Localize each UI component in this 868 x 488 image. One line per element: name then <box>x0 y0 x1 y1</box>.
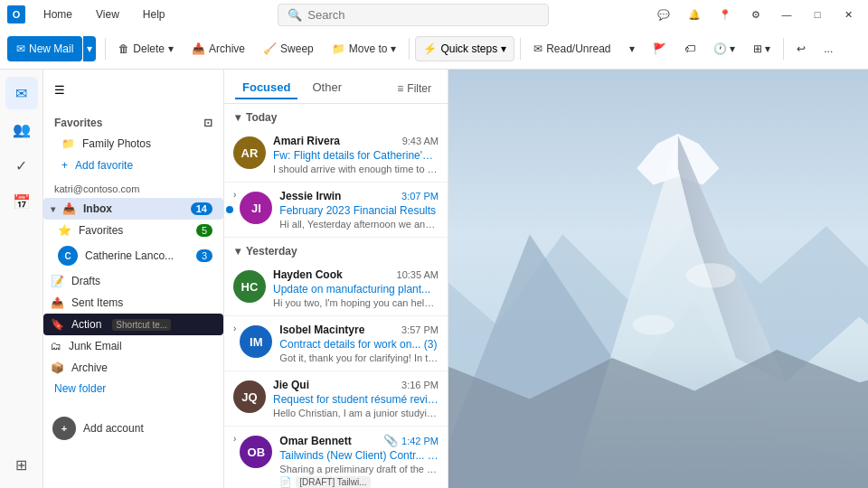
favorites-header[interactable]: Favorites ⊡ <box>51 113 216 133</box>
yesterday-divider[interactable]: ▾ Yesterday <box>224 238 448 261</box>
shortcut-badge: Shortcut te... <box>112 319 171 331</box>
tab-home[interactable]: Home <box>33 5 83 24</box>
preview-5: Hello Christian, I am a junior studying … <box>273 408 439 418</box>
sidebar-item-inbox[interactable]: ▾ 📥 Inbox 14 <box>43 198 223 220</box>
favorites-icon: ⭐ <box>58 224 71 237</box>
archive-folder-icon: 📦 <box>51 361 64 374</box>
left-icon-people[interactable]: 👥 <box>5 113 38 145</box>
avatar-2: JI <box>240 192 272 224</box>
sidebar-item-archive[interactable]: 📦 Archive <box>43 357 223 379</box>
minimize-button[interactable]: — <box>774 2 799 27</box>
more-button[interactable]: ... <box>816 36 840 61</box>
expand-arrow-6: › <box>233 434 236 444</box>
filter-button[interactable]: ▾ <box>622 36 642 61</box>
left-icon-mail[interactable]: ✉ <box>5 77 38 109</box>
moveto-icon: 📁 <box>332 42 345 55</box>
left-icon-calendar[interactable]: 📅 <box>5 185 38 218</box>
svg-point-8 <box>633 315 675 335</box>
inbox-badge: 14 <box>191 202 212 215</box>
sent-icon: 📤 <box>51 296 64 309</box>
add-account-avatar: + <box>52 417 76 440</box>
sidebar-item-favorites[interactable]: ⭐ Favorites 5 <box>43 220 223 241</box>
tab-view[interactable]: View <box>85 5 130 24</box>
location-icon[interactable]: 📍 <box>712 2 738 27</box>
email-content-6: Omar Bennett 📎 1:42 PM Tailwinds (New Cl… <box>279 434 439 488</box>
tag-button[interactable]: 🏷 <box>677 36 703 61</box>
tab-help[interactable]: Help <box>132 5 176 24</box>
search-bar[interactable]: 🔍 <box>278 4 549 26</box>
email-content-3: Hayden Cook 10:35 AM Update on manufactu… <box>273 268 439 308</box>
notification-icon[interactable]: 💬 <box>651 2 676 27</box>
email-item-2[interactable]: › JI Jessie Irwin 3:07 PM February 2023 … <box>224 183 448 238</box>
avatar-1: AR <box>233 136 266 169</box>
time-3: 10:35 AM <box>397 269 439 280</box>
sidebar-item-action[interactable]: 🔖 Action Shortcut te... <box>43 314 223 335</box>
email-items-list: ▾ Today AR Amari Rivera 9:43 AM Fw: Flig… <box>224 104 448 488</box>
archive-button[interactable]: 📥 Archive <box>184 36 252 61</box>
filter-btn[interactable]: ≡ Filter <box>392 80 437 98</box>
settings-icon[interactable]: ⚙ <box>743 2 769 27</box>
title-bar: O Home View Help 🔍 💬 🔔 📍 ⚙ — □ ✕ <box>0 0 868 29</box>
unread-dot-2 <box>226 206 233 213</box>
expand-icon: ⊡ <box>203 117 212 129</box>
new-mail-dropdown[interactable]: ▾ <box>83 36 96 61</box>
tab-focused[interactable]: Focused <box>235 77 297 99</box>
sweep-button[interactable]: 🧹 Sweep <box>256 36 321 61</box>
today-divider[interactable]: ▾ Today <box>224 104 448 127</box>
close-button[interactable]: ✕ <box>835 2 861 27</box>
account-email: katri@contoso.com <box>43 180 223 198</box>
catherine-avatar: C <box>58 246 78 266</box>
sidebar-item-junk[interactable]: 🗂 Junk Email <box>43 335 223 357</box>
move-to-button[interactable]: 📁 Move to ▾ <box>325 36 404 61</box>
sidebar-item-drafts[interactable]: 📝 Drafts <box>43 270 223 292</box>
bell-icon[interactable]: 🔔 <box>682 2 707 27</box>
ribbon: ✉ New Mail ▾ 🗑 Delete ▾ 📥 Archive 🧹 Swee… <box>0 29 868 70</box>
maximize-button[interactable]: □ <box>805 2 830 27</box>
flag-button[interactable]: 🚩 <box>646 36 674 61</box>
sidebar-item-sent[interactable]: 📤 Sent Items <box>43 292 223 314</box>
preview-1: I should arrive with enough time to atte… <box>273 164 439 174</box>
avatar-6: OB <box>240 436 272 468</box>
sidebar-item-family-photos[interactable]: 📁 Family Photos <box>51 133 216 155</box>
avatar-5: JQ <box>233 380 266 413</box>
clock-button[interactable]: 🕐 ▾ <box>706 36 742 61</box>
email-item-4[interactable]: › IM Isobel Macintyre 3:57 PM Contract d… <box>224 316 448 371</box>
tab-other[interactable]: Other <box>305 77 349 99</box>
email-content-2: Jessie Irwin 3:07 PM February 2023 Finan… <box>279 190 439 230</box>
hamburger-button[interactable]: ☰ <box>47 77 72 102</box>
yesterday-chevron: ▾ <box>235 245 241 258</box>
drafts-icon: 📝 <box>51 275 64 287</box>
time-5: 3:16 PM <box>401 380 439 390</box>
email-content-1: Amari Rivera 9:43 AM Fw: Flight details … <box>273 135 439 174</box>
sidebar-item-add-favorite[interactable]: + Add favorite <box>51 155 216 176</box>
search-input[interactable] <box>307 8 539 22</box>
new-folder-link[interactable]: New folder <box>43 379 223 399</box>
delete-button[interactable]: 🗑 Delete ▾ <box>111 36 181 61</box>
delete-icon: 🗑 <box>118 42 129 55</box>
new-mail-button[interactable]: ✉ New Mail <box>7 36 82 61</box>
quick-steps-button[interactable]: ⚡ Quick steps ▾ <box>415 36 514 61</box>
email-item-3[interactable]: HC Hayden Cook 10:35 AM Update on manufa… <box>224 261 448 316</box>
inbox-icon: 📥 <box>62 202 76 215</box>
draft-badge-6: [DRAFT] Tailwi... <box>296 476 370 488</box>
email-item-1[interactable]: AR Amari Rivera 9:43 AM Fw: Flight detai… <box>224 127 448 183</box>
subject-5: Request for student résumé review <box>273 393 439 406</box>
subject-4: Contract details for work on... (3) <box>279 338 439 351</box>
favorites-badge: 5 <box>196 224 212 237</box>
sender-2: Jessie Irwin <box>279 190 341 202</box>
email-item-5[interactable]: JQ Jie Qui 3:16 PM Request for student r… <box>224 371 448 427</box>
sidebar-item-catherine[interactable]: C Catherine Lanco... 3 <box>43 241 223 270</box>
outlook-logo: O <box>7 5 25 23</box>
expand-arrow-2: › <box>233 190 236 200</box>
expand-arrow-4: › <box>233 324 236 333</box>
left-icon-apps[interactable]: ⊞ <box>5 448 38 481</box>
left-icon-tasks[interactable]: ✓ <box>5 149 38 182</box>
draft-icon-6: 📄 <box>279 476 292 488</box>
read-unread-button[interactable]: ✉ Read/Unread <box>526 36 618 61</box>
email-item-6[interactable]: › OB Omar Bennett 📎 1:42 PM Tailwinds (N… <box>224 427 448 488</box>
undo-button[interactable]: ↩ <box>789 36 813 61</box>
sweep-icon: 🧹 <box>263 42 277 55</box>
view-button[interactable]: ⊞ ▾ <box>746 36 778 61</box>
reading-pane <box>448 70 868 488</box>
add-account-button[interactable]: + Add account <box>43 409 223 447</box>
